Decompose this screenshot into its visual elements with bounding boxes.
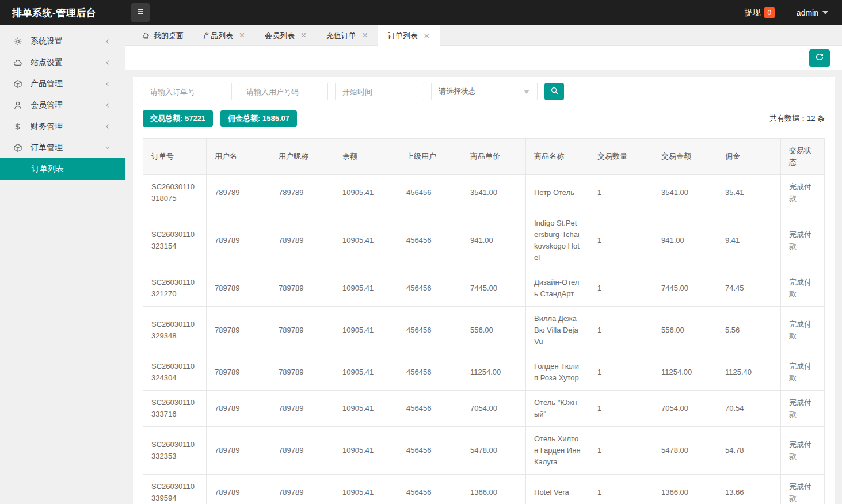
filter-bar: 请选择状态 <box>143 83 825 100</box>
cell-username: 789789 <box>207 307 270 354</box>
cell-amount: 556.00 <box>653 307 717 354</box>
cell-unit-price: 1366.00 <box>462 475 526 504</box>
tab-label: 订单列表 <box>388 30 418 41</box>
col-unit-price: 商品单价 <box>462 139 526 175</box>
cell-commission: 35.41 <box>717 175 781 211</box>
chevron-down-icon <box>523 90 530 94</box>
table-header-row: 订单号 用户名 用户昵称 余额 上级用户 商品单价 商品名称 交易数量 交易金额… <box>143 139 825 175</box>
tab-member-list[interactable]: 会员列表 ✕ <box>255 25 317 45</box>
cell-product-name: Отель "Южный" <box>526 391 589 427</box>
sidebar-item-label: 系统设置 <box>31 36 104 47</box>
sidebar-item-label: 财务管理 <box>31 121 104 132</box>
sidebar-item-order-management[interactable]: 订单管理 <box>0 137 125 158</box>
cell-nickname: 789789 <box>270 391 334 427</box>
status-select-value: 请选择状态 <box>439 86 476 97</box>
cloud-icon <box>13 58 22 67</box>
cell-commission: 70.54 <box>717 391 781 427</box>
close-icon[interactable]: ✕ <box>300 32 307 39</box>
chevron-down-icon <box>104 144 111 151</box>
col-order-no: 订单号 <box>143 139 207 175</box>
dollar-icon: $ <box>13 121 22 131</box>
cell-order-no: SC26030110329348 <box>143 307 207 354</box>
chevron-down-icon <box>822 11 828 14</box>
cell-balance: 10905.41 <box>334 354 398 391</box>
refresh-button[interactable] <box>809 49 830 67</box>
cell-commission: 1125.40 <box>717 354 781 391</box>
col-balance: 余额 <box>334 139 398 175</box>
cell-product-name: Indigo St.Petersburg-Tchaikovskogo Hotel <box>526 211 589 270</box>
cell-username: 789789 <box>207 211 270 270</box>
sidebar-item-finance-management[interactable]: $ 财务管理 <box>0 116 125 137</box>
tab-order-list[interactable]: 订单列表 ✕ <box>378 25 440 46</box>
col-parent-user: 上级用户 <box>398 139 462 175</box>
table-row: SC26030110321270 789789 789789 10905.41 … <box>143 270 825 307</box>
cell-nickname: 789789 <box>270 427 334 475</box>
cell-username: 789789 <box>207 175 270 211</box>
cell-product-name: Отель Хилтон Гарден Инн Калуга <box>526 427 589 475</box>
cell-qty: 1 <box>589 270 653 307</box>
order-number-input[interactable] <box>143 83 232 100</box>
cell-amount: 11254.00 <box>653 354 717 391</box>
tool-strip <box>125 46 842 70</box>
sidebar-item-label: 产品管理 <box>31 79 104 89</box>
user-number-input[interactable] <box>239 83 328 100</box>
cell-username: 789789 <box>207 475 270 504</box>
sidebar-item-label: 站点设置 <box>31 58 104 68</box>
chevron-left-icon <box>104 38 111 45</box>
sidebar: 系统设置 站点设置 产品管理 会员管理 $ 财务管理 <box>0 25 125 504</box>
cell-parent-user: 456456 <box>398 211 462 270</box>
topbar-right: 提现 0 admin <box>745 7 842 18</box>
cell-status: 完成付款 <box>781 307 825 354</box>
cell-username: 789789 <box>207 427 270 475</box>
table-row: SC26030110329348 789789 789789 10905.41 … <box>143 307 825 354</box>
sidebar-item-system-settings[interactable]: 系统设置 <box>0 30 125 52</box>
cell-balance: 10905.41 <box>334 427 398 475</box>
table-row: SC26030110333716 789789 789789 10905.41 … <box>143 391 825 427</box>
cell-nickname: 789789 <box>270 475 334 504</box>
cell-order-no: SC26030110333716 <box>143 391 207 427</box>
sidebar-item-label: 订单管理 <box>31 143 104 153</box>
cell-product-name: Петр Отель <box>526 175 589 211</box>
sidebar-item-product-management[interactable]: 产品管理 <box>0 73 125 94</box>
sidebar-item-site-settings[interactable]: 站点设置 <box>0 52 125 73</box>
search-button[interactable] <box>544 83 564 100</box>
withdraw-label: 提现 <box>745 7 761 18</box>
tab-label: 我的桌面 <box>154 30 184 41</box>
menu-toggle-button[interactable] <box>131 3 150 22</box>
table-row: SC26030110339594 789789 789789 10905.41 … <box>143 475 825 504</box>
cell-status: 完成付款 <box>781 354 825 391</box>
cell-commission: 5.56 <box>717 307 781 354</box>
user-menu[interactable]: admin <box>797 8 828 17</box>
col-status: 交易状态 <box>781 139 825 175</box>
trade-total-badge: 交易总额: 57221 <box>143 110 213 127</box>
start-time-input[interactable] <box>335 83 424 100</box>
cell-commission: 74.45 <box>717 270 781 307</box>
cell-username: 789789 <box>207 354 270 391</box>
status-select[interactable]: 请选择状态 <box>431 83 538 100</box>
table-body: SC26030110318075 789789 789789 10905.41 … <box>143 175 825 504</box>
close-icon[interactable]: ✕ <box>362 32 368 39</box>
tab-recharge-orders[interactable]: 充值订单 ✕ <box>317 25 378 45</box>
cell-qty: 1 <box>589 175 653 211</box>
cell-product-name: Hotel Vera <box>526 475 589 504</box>
sidebar-subitem-order-list[interactable]: 订单列表 <box>0 158 125 180</box>
tab-product-list[interactable]: 产品列表 ✕ <box>193 25 255 45</box>
cell-parent-user: 456456 <box>398 307 462 354</box>
close-icon[interactable]: ✕ <box>424 32 430 40</box>
cell-qty: 1 <box>589 307 653 354</box>
table-row: SC26030110332353 789789 789789 10905.41 … <box>143 427 825 475</box>
username: admin <box>797 8 818 17</box>
cell-unit-price: 7445.00 <box>462 270 526 307</box>
cell-qty: 1 <box>589 354 653 391</box>
cell-amount: 1366.00 <box>653 475 717 504</box>
cell-nickname: 789789 <box>270 354 334 391</box>
withdraw-link[interactable]: 提现 0 <box>745 7 775 18</box>
cell-nickname: 789789 <box>270 211 334 270</box>
cell-commission: 9.41 <box>717 211 781 270</box>
cell-status: 完成付款 <box>781 175 825 211</box>
sidebar-item-member-management[interactable]: 会员管理 <box>0 94 125 116</box>
close-icon[interactable]: ✕ <box>239 32 245 39</box>
tab-my-desktop[interactable]: 我的桌面 <box>132 25 193 45</box>
gear-icon <box>13 36 22 46</box>
chevron-left-icon <box>104 81 111 87</box>
